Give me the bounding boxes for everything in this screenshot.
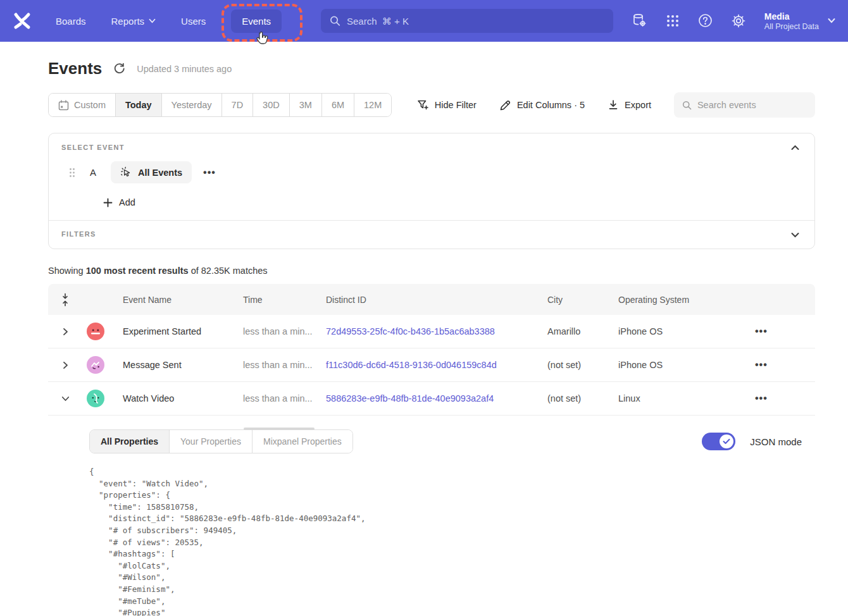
collapse-section-button[interactable] [789, 142, 802, 153]
expand-row-icon[interactable] [48, 361, 82, 369]
results-summary-count: 100 most recent results [86, 266, 189, 276]
top-navbar: Boards Reports Users Events [0, 0, 848, 42]
cell-operating-system: iPhone OS [618, 360, 733, 370]
collapse-row-icon[interactable] [48, 396, 82, 402]
apps-grid-icon[interactable] [666, 14, 680, 28]
drag-handle-icon[interactable] [69, 168, 75, 178]
date-range-today[interactable]: Today [116, 94, 162, 116]
tab-your-properties[interactable]: Your Properties [170, 430, 253, 453]
event-avatar-icon [87, 356, 104, 374]
events-table: Event Name Time Distinct ID City Operati… [48, 284, 815, 616]
cell-distinct-id-link[interactable]: 72d49553-25fc-4f0c-b436-1b5ac6ab3388 [326, 326, 547, 336]
data-management-icon[interactable] [632, 13, 647, 28]
events-search[interactable] [674, 92, 815, 118]
date-range-7d[interactable]: 7D [222, 94, 254, 116]
table-row[interactable]: Experiment Started less than a min... 72… [48, 315, 815, 348]
expand-row-icon[interactable] [48, 328, 82, 336]
chevron-down-icon [149, 18, 156, 23]
table-header-row: Event Name Time Distinct ID City Operati… [48, 284, 815, 315]
project-switcher[interactable]: Media All Project Data [764, 11, 835, 32]
collapse-all-rows-icon[interactable] [48, 293, 82, 307]
nav-item-users[interactable]: Users [181, 16, 206, 27]
date-range-3m[interactable]: 3M [290, 94, 322, 116]
event-json-view: { "event": "Watch Video", "properties": … [89, 466, 802, 616]
date-range-custom[interactable]: Custom [49, 94, 116, 116]
navbar-right-cluster: Media All Project Data [632, 11, 835, 32]
cell-city: (not set) [547, 360, 618, 370]
mixpanel-logo-icon [13, 12, 32, 30]
column-header-distinct-id[interactable]: Distinct ID [326, 295, 547, 305]
export-button[interactable]: Export [608, 99, 651, 111]
chevron-up-icon [791, 145, 799, 151]
event-query-row: A All Events ••• [61, 161, 802, 183]
nav-events-wrap: Events [231, 9, 282, 33]
table-row-expanded[interactable]: Watch Video less than a min... 5886283e-… [48, 382, 815, 416]
row-more-button[interactable]: ••• [750, 357, 773, 373]
cell-time: less than a min... [243, 393, 326, 403]
project-scope: All Project Data [764, 22, 819, 31]
date-range-yesterday[interactable]: Yesterday [162, 94, 222, 116]
event-row-more-button[interactable]: ••• [198, 164, 221, 181]
filter-funnel-icon [417, 99, 429, 111]
event-row-letter: A [90, 167, 99, 178]
tab-all-properties[interactable]: All Properties [90, 430, 170, 453]
global-search-input[interactable] [347, 16, 604, 27]
tab-mixpanel-properties[interactable]: Mixpanel Properties [253, 430, 352, 453]
event-selector-label: All Events [138, 168, 182, 178]
nav-item-events[interactable]: Events [231, 9, 282, 33]
date-range-30d[interactable]: 30D [253, 94, 290, 116]
events-page: Events Updated 3 minutes ago Custom Toda… [0, 59, 848, 616]
date-range-12m[interactable]: 12M [354, 94, 391, 116]
select-event-label: SELECT EVENT [61, 144, 802, 151]
nav-item-reports-label: Reports [111, 16, 145, 27]
event-avatar-icon [87, 390, 104, 407]
cell-distinct-id-link[interactable]: 5886283e-e9fb-48fb-81de-40e9093a2af4 [326, 393, 547, 403]
add-event-button[interactable]: Add [103, 197, 802, 207]
hide-filter-button[interactable]: Hide Filter [417, 99, 477, 111]
event-avatar-icon [87, 323, 104, 340]
edit-columns-button[interactable]: Edit Columns · 5 [499, 99, 585, 111]
cell-operating-system: iPhone OS [618, 326, 733, 336]
json-mode-toggle[interactable] [702, 433, 735, 450]
global-search[interactable] [321, 9, 613, 33]
controls-row: Custom Today Yesterday 7D 30D 3M 6M 12M … [48, 92, 815, 118]
column-header-event-name[interactable]: Event Name [123, 295, 243, 305]
events-search-input[interactable] [697, 100, 807, 110]
page-title: Events [48, 59, 102, 78]
row-more-button[interactable]: ••• [750, 390, 773, 406]
pencil-icon [499, 99, 511, 111]
hide-filter-label: Hide Filter [435, 100, 477, 110]
column-header-time[interactable]: Time [243, 295, 326, 305]
query-builder-card: SELECT EVENT A [48, 133, 815, 249]
nav-item-boards[interactable]: Boards [56, 16, 86, 27]
date-range-6m[interactable]: 6M [322, 94, 354, 116]
results-toolbar: Hide Filter Edit Columns · 5 Export [417, 92, 815, 118]
expand-filters-button[interactable] [789, 230, 802, 240]
results-summary-suffix: of 82.35K matches [189, 266, 268, 276]
event-selector-chip[interactable]: All Events [111, 161, 192, 183]
cursor-hand-icon [254, 30, 270, 47]
refresh-icon[interactable] [113, 63, 125, 75]
row-more-button[interactable]: ••• [750, 323, 773, 339]
nav-item-reports[interactable]: Reports [111, 16, 156, 27]
table-row[interactable]: Message Sent less than a min... f11c30d6… [48, 348, 815, 382]
date-range-custom-label: Custom [74, 100, 106, 110]
column-header-city[interactable]: City [547, 295, 618, 305]
results-summary-prefix: Showing [48, 266, 86, 276]
add-event-label: Add [119, 197, 135, 207]
settings-gear-icon[interactable] [731, 13, 746, 28]
horizontal-scrollbar-thumb[interactable] [244, 428, 315, 430]
event-detail-panel: All Properties Your Properties Mixpanel … [48, 429, 815, 616]
edit-columns-label: Edit Columns · 5 [517, 100, 585, 110]
search-icon [682, 100, 692, 111]
export-label: Export [625, 100, 651, 110]
mixpanel-logo[interactable] [11, 10, 33, 32]
select-event-section: SELECT EVENT A [49, 133, 814, 220]
cursor-sparkle-icon [120, 166, 132, 178]
primary-nav: Boards Reports Users Events [56, 9, 282, 33]
help-icon[interactable] [698, 13, 713, 28]
cell-city: Amarillo [547, 326, 618, 336]
column-header-operating-system[interactable]: Operating System [618, 295, 733, 305]
cell-distinct-id-link[interactable]: f11c30d6-dc6d-4518-9136-0d046159c84d [326, 360, 547, 370]
date-range-control: Custom Today Yesterday 7D 30D 3M 6M 12M [48, 93, 392, 117]
